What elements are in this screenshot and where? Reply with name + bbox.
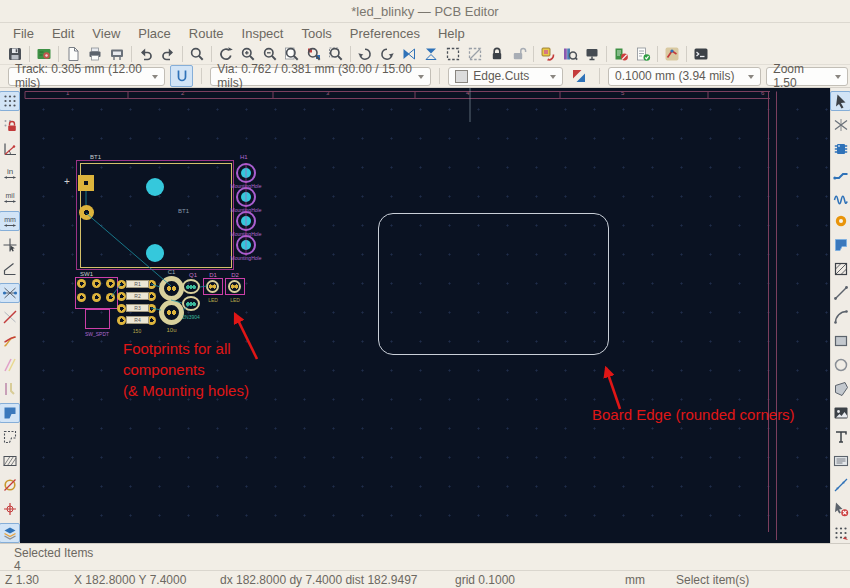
group-button[interactable] [442, 43, 464, 65]
menu-help[interactable]: Help [429, 24, 474, 43]
add-zone-button[interactable] [830, 235, 850, 255]
route-tracks-button[interactable] [830, 163, 850, 183]
viewer-3d-button[interactable] [581, 43, 603, 65]
units-mm-button[interactable]: mm [0, 211, 20, 231]
mirror-button[interactable] [420, 43, 442, 65]
selection-panel: Selected Items 4 [0, 543, 850, 571]
draw-rect-button[interactable] [830, 331, 850, 351]
mounting-hole-label: MountingHole [216, 255, 276, 261]
resistor-footprint[interactable]: R3 [126, 304, 149, 312]
draw-line-icon [833, 285, 849, 301]
menu-tools[interactable]: Tools [292, 24, 340, 43]
add-via-button[interactable] [830, 211, 850, 231]
battery-hole-bottom [146, 244, 164, 262]
rule-area-button[interactable] [830, 259, 850, 279]
pcb-canvas[interactable]: 1 2 3 4 5 6 + BT1 BT1 H1 MountingHole Mo… [20, 88, 830, 543]
track-posture-button[interactable] [170, 65, 193, 87]
toolbar-separator [606, 46, 607, 62]
layer-pair-button[interactable] [568, 65, 591, 87]
highlight-net-button[interactable] [661, 43, 683, 65]
zoom-select[interactable]: Zoom 1.50 [766, 67, 848, 86]
zone-fill-button[interactable] [0, 403, 20, 423]
via-size-select[interactable]: Via: 0.762 / 0.381 mm (30.00 / 15.00 mil… [210, 67, 431, 86]
layers-button[interactable] [0, 523, 20, 543]
local-ratsnest-button[interactable] [830, 115, 850, 135]
angle-45-button[interactable] [0, 259, 20, 279]
tune-length-button[interactable] [830, 187, 850, 207]
unlock-icon [511, 46, 527, 62]
add-text-button[interactable] [830, 427, 850, 447]
draw-arc-button[interactable] [830, 307, 850, 327]
track-width-select[interactable]: Track: 0.305 mm (12.00 mils) [8, 67, 165, 86]
units-in-button[interactable]: in [0, 163, 20, 183]
add-image-icon [833, 405, 849, 421]
grid-override-button[interactable] [0, 115, 20, 135]
add-zone-icon [833, 237, 849, 253]
draw-circle-button[interactable] [830, 355, 850, 375]
grid-origin-button[interactable] [830, 523, 850, 543]
grid-select[interactable]: 0.1000 mm (3.94 mils) [608, 67, 761, 86]
find-button[interactable] [186, 43, 208, 65]
units-mm-icon: mm [2, 213, 18, 229]
menu-place[interactable]: Place [129, 24, 180, 43]
rotate-ccw-icon [357, 46, 373, 62]
sketch-pads-button[interactable] [0, 451, 20, 471]
polar-button[interactable] [0, 139, 20, 159]
ungroup-button[interactable] [464, 43, 486, 65]
add-footprint-button[interactable] [830, 139, 850, 159]
select-button[interactable] [830, 91, 850, 111]
pad-display-button[interactable] [0, 475, 20, 495]
cursor-shape-button[interactable] [0, 235, 20, 255]
draw-line-button[interactable] [830, 283, 850, 303]
capacitor-footprint[interactable] [159, 276, 184, 301]
units-mil-button[interactable]: mil [0, 187, 20, 207]
library-browser-button[interactable] [559, 43, 581, 65]
menu-preferences[interactable]: Preferences [341, 24, 429, 43]
tracks-display-button[interactable] [0, 379, 20, 399]
led-body [206, 280, 219, 293]
library-browser-icon [562, 46, 578, 62]
transistor-footprint[interactable] [182, 279, 200, 294]
drc-button[interactable] [610, 43, 632, 65]
curved-ratsnest-button[interactable] [0, 331, 20, 351]
unlock-button[interactable] [508, 43, 530, 65]
resistor-footprint[interactable]: R1 [126, 280, 149, 288]
toolbar-separator [533, 46, 534, 62]
add-textbox-icon [833, 453, 849, 469]
lock-button[interactable] [486, 43, 508, 65]
ratsnest-hidden-button[interactable] [0, 307, 20, 327]
refresh-icon [218, 46, 234, 62]
zone-outline-button[interactable] [0, 427, 20, 447]
switch-tab [85, 309, 110, 329]
add-textbox-button[interactable] [830, 451, 850, 471]
menu-route[interactable]: Route [180, 24, 233, 43]
window-title: *led_blinky — PCB Editor [351, 4, 498, 19]
scripting-console-button[interactable] [690, 43, 712, 65]
add-image-button[interactable] [830, 403, 850, 423]
ratsnest-button[interactable] [0, 283, 20, 303]
draw-polygon-button[interactable] [830, 379, 850, 399]
footprint-check-button[interactable] [632, 43, 654, 65]
transistor-footprint[interactable] [182, 296, 200, 311]
menu-edit[interactable]: Edit [43, 24, 83, 43]
add-via-icon [833, 213, 849, 229]
grid-button[interactable] [0, 91, 20, 111]
dimension-button[interactable] [830, 475, 850, 495]
update-pcb-button[interactable] [537, 43, 559, 65]
resistor-footprint[interactable]: R4 [126, 316, 149, 324]
dimension-icon [833, 477, 849, 493]
menu-view[interactable]: View [83, 24, 129, 43]
main-toolbar [0, 43, 850, 64]
capacitor-footprint[interactable] [159, 300, 184, 325]
menu-file[interactable]: File [4, 24, 43, 43]
pcb-editor-window: *led_blinky — PCB Editor FileEditViewPla… [0, 0, 850, 588]
menu-inspect[interactable]: Inspect [233, 24, 293, 43]
resistor-footprint[interactable]: R2 [126, 292, 149, 300]
crosshair-red-button[interactable] [0, 499, 20, 519]
redo-button[interactable] [157, 43, 179, 65]
board-edge-outline[interactable] [378, 213, 609, 355]
svg-text:mm: mm [4, 216, 16, 223]
layer-select[interactable]: Edge.Cuts [448, 67, 563, 86]
net-colors-button[interactable] [0, 355, 20, 375]
delete-tool-button[interactable] [830, 499, 850, 519]
